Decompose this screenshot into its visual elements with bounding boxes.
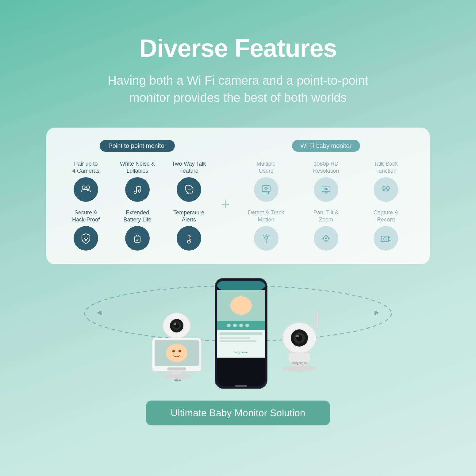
feature-white-noise: White Noise &Lullabies xyxy=(113,160,162,202)
svg-rect-65 xyxy=(235,385,247,387)
svg-point-45 xyxy=(172,350,175,352)
svg-rect-18 xyxy=(262,186,270,192)
multiple-users-icon xyxy=(254,177,278,202)
svg-text:HD: HD xyxy=(324,187,328,191)
left-features-grid: Pair up to4 Cameras White Noise &Lullabi… xyxy=(62,160,213,251)
svg-rect-32 xyxy=(381,236,389,242)
hd-screen-icon: HD xyxy=(314,177,338,202)
svg-point-58 xyxy=(233,324,237,327)
feature-multiple-users: MultipleUsers xyxy=(238,160,294,202)
feature-label-capture: Capture &Record xyxy=(374,209,398,224)
feature-capture: Capture &Record xyxy=(358,209,414,251)
subtitle-text: Having both a Wi Fi camera and a point-t… xyxy=(100,72,376,106)
feature-battery: ExtendedBattery Life xyxy=(113,209,162,251)
svg-marker-36 xyxy=(374,310,379,315)
thermometer-icon xyxy=(177,226,201,251)
features-card: Point to point monitor Pair up to4 Camer… xyxy=(46,128,430,264)
svg-point-14 xyxy=(187,240,190,243)
feature-label-users: MultipleUsers xyxy=(257,160,276,175)
svg-point-0 xyxy=(82,186,85,189)
feature-hd: 1080p HDResolution HD xyxy=(298,160,354,202)
svg-point-19 xyxy=(265,188,267,190)
svg-rect-73 xyxy=(289,353,310,362)
feature-pan-tilt: Pan, Tilt &Zoom xyxy=(298,209,354,251)
wifi-camera-device: babysense xyxy=(263,307,342,393)
bottom-section: babys xyxy=(31,274,445,425)
feature-label-cameras: Pair up to4 Cameras xyxy=(72,160,99,175)
feature-label-temp: TemperatureAlerts xyxy=(173,209,204,224)
feature-label-talkback: Talk-BackFunction xyxy=(374,160,398,175)
right-features-grid: MultipleUsers 1080p HDResolution HD Talk… xyxy=(238,160,414,251)
svg-rect-63 xyxy=(220,337,250,339)
svg-point-31 xyxy=(325,237,327,239)
svg-rect-53 xyxy=(217,281,265,290)
svg-point-75 xyxy=(282,366,316,372)
page-title: Diverse Features xyxy=(100,34,376,63)
feature-label-noise: White Noise &Lullabies xyxy=(120,160,155,175)
svg-text:babysense: babysense xyxy=(292,361,307,365)
multi-camera-icon xyxy=(74,177,98,202)
motion-detect-icon xyxy=(254,226,278,251)
svg-point-27 xyxy=(386,186,390,190)
feature-label-talk: Two-Way TalkFeature xyxy=(172,160,206,175)
phone-device: babysense xyxy=(210,277,272,393)
product-images: babys xyxy=(134,283,342,394)
plus-divider: + xyxy=(213,140,238,251)
svg-point-4 xyxy=(138,190,141,192)
feature-label-hd: 1080p HDResolution xyxy=(313,160,339,175)
svg-rect-67 xyxy=(316,310,319,329)
talk-icon xyxy=(177,177,201,202)
svg-rect-47 xyxy=(167,367,186,370)
svg-point-41 xyxy=(174,323,176,325)
battery-leaf-icon xyxy=(125,226,150,251)
svg-point-57 xyxy=(227,324,231,327)
feature-twoway-talk: Two-Way TalkFeature xyxy=(165,160,213,202)
svg-point-46 xyxy=(178,350,181,352)
svg-text:babysense: babysense xyxy=(234,351,248,354)
feature-label-battery: ExtendedBattery Life xyxy=(123,209,151,224)
solution-badge: Ultimate Baby Monitor Solution xyxy=(146,401,330,425)
right-badge: Wi Fi baby monitor xyxy=(292,140,360,152)
right-section: Wi Fi baby monitor MultipleUsers 1080p H… xyxy=(238,140,414,251)
feature-label-motion: Detect & TrackMotion xyxy=(248,209,284,224)
feature-pair-cameras: Pair up to4 Cameras xyxy=(62,160,110,202)
svg-point-33 xyxy=(384,238,386,240)
feature-temperature: TemperatureAlerts xyxy=(165,209,213,251)
feature-label-pan: Pan, Tilt &Zoom xyxy=(313,209,339,224)
talkback-icon xyxy=(374,177,398,202)
svg-point-29 xyxy=(265,236,268,239)
left-section: Point to point monitor Pair up to4 Camer… xyxy=(62,140,213,251)
music-note-icon xyxy=(125,177,150,202)
header-section: Diverse Features Having both a Wi Fi cam… xyxy=(100,0,376,106)
svg-marker-35 xyxy=(97,310,102,315)
capture-record-icon xyxy=(374,226,398,251)
feature-motion: Detect & TrackMotion xyxy=(238,209,294,251)
svg-point-72 xyxy=(296,335,299,337)
svg-text:babys: babys xyxy=(173,378,181,382)
svg-point-55 xyxy=(230,296,252,315)
baby-monitor-device: babys xyxy=(134,307,220,393)
svg-point-60 xyxy=(245,324,249,327)
feature-label-secure: Secure &Hack-Proof xyxy=(72,209,100,224)
left-badge: Point to point monitor xyxy=(100,140,175,152)
svg-rect-62 xyxy=(220,332,263,335)
shield-wifi-icon xyxy=(74,226,98,251)
svg-point-59 xyxy=(239,324,243,327)
svg-point-3 xyxy=(134,191,136,194)
svg-point-9 xyxy=(85,239,86,240)
feature-talkback: Talk-BackFunction xyxy=(358,160,414,202)
svg-rect-64 xyxy=(220,340,256,342)
svg-point-1 xyxy=(86,186,90,189)
svg-point-26 xyxy=(382,186,385,190)
feature-secure: Secure &Hack-Proof xyxy=(62,209,110,251)
svg-point-44 xyxy=(166,344,187,362)
pan-tilt-icon xyxy=(314,226,338,251)
